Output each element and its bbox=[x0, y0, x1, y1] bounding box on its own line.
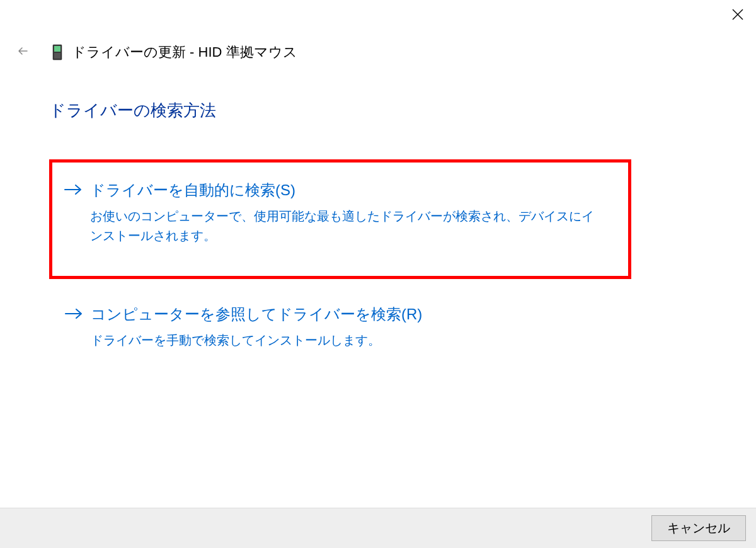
option-description: お使いのコンピューターで、使用可能な最も適したドライバーが検索され、デバイスにイ… bbox=[90, 207, 617, 246]
option-browse-container: コンピューターを参照してドライバーを検索(R) ドライバーを手動で検索してインス… bbox=[49, 298, 756, 357]
section-heading: ドライバーの検索方法 bbox=[49, 100, 756, 122]
device-icon bbox=[52, 44, 63, 60]
dialog-header: ドライバーの更新 - HID 準拠マウス bbox=[0, 0, 756, 62]
cancel-button[interactable]: キャンセル bbox=[651, 515, 746, 541]
svg-rect-3 bbox=[54, 46, 60, 52]
svg-rect-4 bbox=[54, 53, 60, 59]
option-browse[interactable]: コンピューターを参照してドライバーを検索(R) ドライバーを手動で検索してインス… bbox=[49, 298, 631, 357]
close-icon bbox=[731, 8, 744, 23]
close-button[interactable] bbox=[728, 6, 747, 25]
option-auto-search[interactable]: ドライバーを自動的に検索(S) お使いのコンピューターで、使用可能な最も適したド… bbox=[49, 159, 631, 279]
back-arrow-icon bbox=[16, 43, 31, 61]
arrow-right-icon bbox=[64, 307, 83, 323]
option-auto-search-container: ドライバーを自動的に検索(S) お使いのコンピューターで、使用可能な最も適したド… bbox=[49, 159, 756, 279]
option-title: コンピューターを参照してドライバーを検索(R) bbox=[91, 304, 620, 324]
back-button[interactable] bbox=[14, 43, 33, 62]
option-title: ドライバーを自動的に検索(S) bbox=[90, 180, 617, 200]
dialog-title: ドライバーの更新 - HID 準拠マウス bbox=[72, 43, 297, 62]
option-description: ドライバーを手動で検索してインストールします。 bbox=[91, 331, 620, 350]
dialog-footer: キャンセル bbox=[0, 508, 756, 548]
arrow-right-icon bbox=[64, 183, 83, 199]
dialog-content: ドライバーの検索方法 ドライバーを自動的に検索(S) お使いのコンピューターで、… bbox=[0, 62, 756, 357]
